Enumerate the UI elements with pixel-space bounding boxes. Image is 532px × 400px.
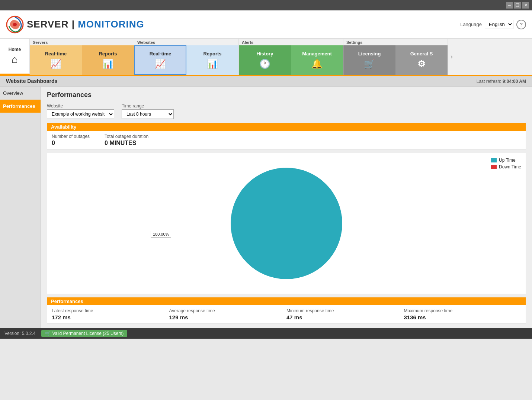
restore-button[interactable]: ❐	[514, 2, 521, 9]
downtime-legend-color	[491, 165, 497, 169]
downtime-legend-label: Down Time	[499, 164, 521, 170]
last-refresh-label: Last refresh:	[477, 79, 501, 84]
perf-stats: Latest response time 172 ms Average resp…	[47, 305, 526, 323]
website-filter-label: Website	[47, 103, 114, 109]
gear-icon: ⚙	[417, 59, 426, 69]
logo-server-text: SERVER	[27, 19, 68, 30]
availability-stats: Number of outages 0 Total outages durati…	[47, 131, 526, 149]
app-header: SERVER | MONITORING Language English ?	[0, 10, 532, 39]
sidebar: Overview Performances	[0, 87, 41, 328]
servers-reports-label: Reports	[99, 51, 117, 57]
help-button[interactable]: ?	[516, 20, 526, 29]
performances-title: Performances	[47, 91, 526, 99]
language-label: Language	[460, 22, 482, 27]
logo-text: SERVER | MONITORING	[27, 19, 144, 30]
sidebar-item-overview[interactable]: Overview	[0, 87, 41, 100]
bar-chart-icon: 📊	[102, 59, 113, 69]
language-select[interactable]: English	[485, 20, 513, 29]
availability-section: Availability Number of outages 0 Total o…	[47, 123, 526, 150]
cart-icon: 🛒	[364, 59, 375, 69]
logo-monitoring-text: MONITORING	[78, 19, 144, 30]
website-select[interactable]: Example of working websit	[47, 109, 114, 119]
websites-reports-label: Reports	[203, 51, 221, 57]
version-label: Version: 5.0.2.4	[4, 331, 35, 336]
pie-chart-area: 100.00%	[227, 164, 346, 283]
svg-point-1	[13, 23, 17, 26]
average-response-value: 129 ms	[169, 314, 287, 320]
license-label: Valid Permanent License (25 Users)	[52, 331, 124, 336]
chart-legend: Up Time Down Time	[491, 158, 521, 170]
performances-stats-section: Performances Latest response time 172 ms…	[47, 297, 526, 324]
latest-response-stat: Latest response time 172 ms	[52, 308, 169, 320]
alerts-group-label: Alerts	[239, 39, 343, 45]
nav-websites-realtime[interactable]: Real-time 📈	[134, 45, 186, 75]
websites-realtime-label: Real-time	[150, 51, 172, 57]
minimum-response-stat: Minimum response time 47 ms	[286, 308, 404, 320]
outages-count-stat: Number of outages 0	[52, 134, 90, 146]
filter-row: Website Example of working websit Time r…	[47, 103, 526, 119]
logo-icon	[6, 16, 24, 33]
nav-servers-reports[interactable]: Reports 📊	[82, 45, 134, 75]
svg-point-2	[231, 168, 342, 279]
alerts-history-label: History	[257, 51, 273, 57]
latest-response-value: 172 ms	[52, 314, 169, 320]
nav-alerts-history[interactable]: History 🕐	[239, 45, 291, 75]
uptime-legend-color	[491, 158, 497, 162]
outages-count-label: Number of outages	[52, 134, 90, 139]
license-icon: 🛒	[45, 331, 51, 336]
website-filter-group: Website Example of working websit	[47, 103, 114, 119]
home-icon: ⌂	[12, 54, 18, 65]
nav-servers-realtime[interactable]: Real-time 📈	[30, 45, 82, 75]
outages-duration-label: Total outages duration	[105, 134, 148, 139]
nav-group-settings: Settings Licensing 🛒 General S ⚙	[343, 39, 448, 75]
reports-icon: 📊	[207, 59, 218, 69]
sidebar-item-performances[interactable]: Performances	[0, 100, 41, 113]
pie-label: 100.00%	[151, 231, 171, 238]
last-refresh-time: 9:04:00 AM	[503, 79, 526, 84]
downtime-legend-item: Down Time	[491, 164, 521, 170]
websites-items: Real-time 📈 Reports 📊	[134, 45, 238, 75]
timerange-filter-group: Time range Last 8 hours	[122, 103, 174, 119]
nav-group-servers: Servers Real-time 📈 Reports 📊	[30, 39, 134, 75]
alerts-items: History 🕐 Management 🔔	[239, 45, 343, 75]
content-area: Overview Performances Performances Websi…	[0, 87, 532, 328]
nav-websites-reports[interactable]: Reports 📊	[186, 45, 238, 75]
websites-group-label: Websites	[134, 39, 238, 45]
minimum-response-value: 47 ms	[286, 314, 404, 320]
settings-items: Licensing 🛒 General S ⚙	[343, 45, 448, 75]
logo: SERVER | MONITORING	[6, 16, 144, 33]
chart-container: Up Time Down Time 100.00%	[47, 153, 526, 294]
history-icon: 🕐	[259, 59, 270, 69]
minimize-button[interactable]: ─	[506, 2, 513, 9]
uptime-legend-label: Up Time	[499, 158, 516, 163]
maximum-response-label: Maximum response time	[404, 308, 522, 313]
performances-section-bar: Performances	[47, 297, 526, 305]
navigation-bar: Home ⌂ Servers Real-time 📈 Reports 📊 Web…	[0, 39, 532, 76]
settings-general-label: General S	[410, 51, 433, 57]
header-right: Language English ?	[460, 20, 526, 29]
average-response-stat: Average response time 129 ms	[169, 308, 287, 320]
timerange-select[interactable]: Last 8 hours	[122, 109, 174, 119]
alerts-management-label: Management	[302, 51, 331, 57]
settings-group-label: Settings	[343, 39, 448, 45]
chart-line-icon: 📈	[50, 59, 61, 69]
outages-duration-value: 0 MINUTES	[105, 140, 148, 146]
settings-licensing-label: Licensing	[358, 51, 381, 57]
nav-settings-licensing[interactable]: Licensing 🛒	[343, 45, 395, 75]
servers-group-label: Servers	[30, 39, 134, 45]
line-chart-icon: 📈	[155, 59, 166, 69]
outages-duration-stat: Total outages duration 0 MINUTES	[105, 134, 148, 146]
license-badge: 🛒 Valid Permanent License (25 Users)	[41, 330, 127, 337]
latest-response-label: Latest response time	[52, 308, 169, 313]
average-response-label: Average response time	[169, 308, 287, 313]
nav-group-websites: Websites Real-time 📈 Reports 📊	[134, 39, 239, 75]
nav-settings-general[interactable]: General S ⚙	[395, 45, 448, 75]
outages-count-value: 0	[52, 140, 90, 146]
nav-home[interactable]: Home ⌂	[0, 39, 30, 75]
maximum-response-value: 3136 ms	[404, 314, 522, 320]
close-button[interactable]: ✕	[522, 2, 529, 9]
nav-chevron-right[interactable]: ›	[448, 39, 455, 75]
availability-section-bar: Availability	[47, 123, 526, 131]
dashboard-header: Website Dashboards Last refresh: 9:04:00…	[0, 76, 532, 87]
nav-alerts-management[interactable]: Management 🔔	[291, 45, 343, 75]
